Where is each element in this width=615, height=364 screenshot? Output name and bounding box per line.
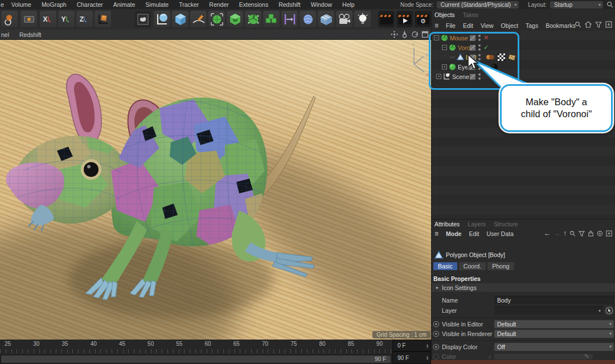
- menu-item-render[interactable]: Render: [204, 1, 233, 8]
- render-region-icon[interactable]: [134, 11, 151, 27]
- om-menu-bookmarks[interactable]: Bookmarks: [546, 22, 576, 29]
- target-icon[interactable]: [597, 230, 603, 237]
- subdivision-surface-icon[interactable]: [208, 11, 225, 27]
- menu-item-truncated[interactable]: e: [0, 1, 6, 8]
- color-label: Color: [442, 353, 456, 360]
- lock-icon[interactable]: [588, 230, 594, 237]
- om-menu-edit[interactable]: Edit: [463, 22, 473, 29]
- tab-phong[interactable]: Phong: [487, 262, 514, 270]
- menu-item-help[interactable]: Help: [337, 1, 360, 8]
- menu-item-extensions[interactable]: Extensions: [234, 1, 273, 8]
- cloner-icon[interactable]: [263, 11, 280, 27]
- layer-pick-button[interactable]: [605, 307, 613, 315]
- tab-attributes[interactable]: Attributes: [434, 221, 460, 228]
- axis-y-lock-button[interactable]: Y: [58, 11, 75, 27]
- tab-layers[interactable]: Layers: [468, 221, 486, 228]
- pen-spline-icon[interactable]: [190, 11, 207, 27]
- home-icon[interactable]: [585, 21, 592, 28]
- om-menu-object[interactable]: Object: [501, 22, 518, 29]
- voronoi-fracture-icon[interactable]: [245, 11, 261, 27]
- character-rotate-icon[interactable]: [1, 11, 18, 27]
- search-icon[interactable]: [606, 1, 613, 8]
- layout-dropdown[interactable]: Startup▾: [550, 1, 603, 9]
- timeline-range-bar[interactable]: 90 F: [1, 355, 391, 363]
- menu-item-window[interactable]: Window: [306, 1, 337, 8]
- axis-x-lock-button[interactable]: X: [40, 11, 56, 27]
- render-view-button[interactable]: [378, 11, 395, 27]
- keyframe-circle-icon[interactable]: [433, 344, 440, 350]
- frame-stepper-icon[interactable]: ▴▾: [427, 344, 428, 348]
- forward-arrow-icon[interactable]: →: [554, 229, 560, 237]
- timeline-scroll-row: 90 F: [0, 354, 392, 364]
- viewport-menu-redshift[interactable]: Redshift: [14, 31, 47, 38]
- pan-view-icon[interactable]: [391, 31, 398, 38]
- viewport-3d[interactable]: Y Z X Grid Spacing : 1 cm: [0, 39, 431, 340]
- icon-settings-group[interactable]: ▸ Icon Settings: [432, 283, 615, 292]
- current-frame-field[interactable]: 0 F ▴▾: [392, 340, 431, 351]
- cube-primitive-icon[interactable]: [172, 11, 188, 27]
- timeline-ruler[interactable]: 2530354045505560657075808590: [0, 340, 392, 354]
- menu-item-mograph[interactable]: MoGraph: [36, 1, 72, 8]
- attr-menu-mode[interactable]: Mode: [446, 230, 461, 237]
- dolly-view-icon[interactable]: [401, 31, 408, 38]
- keyframe-circle-icon[interactable]: [433, 330, 440, 337]
- maximize-view-icon[interactable]: [421, 31, 429, 38]
- rotate-view-icon[interactable]: [411, 31, 419, 38]
- up-arrow-icon[interactable]: ↑: [563, 229, 567, 237]
- tab-objects[interactable]: Objects: [434, 11, 455, 18]
- render-card-icon[interactable]: [20, 11, 37, 27]
- tab-basic[interactable]: Basic: [433, 262, 457, 270]
- om-menu-tags[interactable]: Tags: [526, 22, 538, 29]
- menu-item-tracker[interactable]: Tracker: [174, 1, 204, 8]
- display-color-dropdown[interactable]: Off▾: [494, 343, 614, 351]
- om-menu-view[interactable]: View: [481, 22, 494, 29]
- attr-menu-edit[interactable]: Edit: [469, 230, 479, 237]
- visible-renderer-label: Visible in Renderer: [442, 330, 493, 337]
- hamburger-icon[interactable]: ≡: [434, 230, 438, 238]
- light-icon[interactable]: [354, 11, 371, 27]
- hamburger-icon[interactable]: ≡: [434, 22, 438, 30]
- tab-structure[interactable]: Structure: [494, 221, 518, 228]
- extrude-object-icon[interactable]: [227, 11, 243, 27]
- add-object-icon[interactable]: [605, 21, 612, 28]
- edit-render-settings-button[interactable]: ⚙: [415, 11, 431, 27]
- spline-wrap-icon[interactable]: [281, 11, 298, 27]
- frame-stepper-icon[interactable]: ▴▾: [427, 355, 428, 360]
- visible-renderer-dropdown[interactable]: Default▾: [494, 330, 614, 338]
- menu-item-animate[interactable]: Animate: [108, 1, 141, 8]
- filter-icon[interactable]: [579, 230, 585, 237]
- filter-icon[interactable]: [595, 21, 602, 28]
- menu-item-simulate[interactable]: Simulate: [140, 1, 174, 8]
- mouse-cursor-icon: [466, 53, 479, 72]
- add-icon[interactable]: [606, 230, 612, 237]
- array-grid-icon[interactable]: [318, 11, 334, 27]
- om-menu-file[interactable]: File: [446, 22, 456, 29]
- search-icon[interactable]: [575, 21, 581, 28]
- menu-item-character[interactable]: Character: [72, 1, 108, 8]
- svg-text:Z: Z: [425, 52, 428, 57]
- attr-menu-userdata[interactable]: User Data: [487, 230, 514, 237]
- render-picture-viewer-button[interactable]: [396, 11, 413, 27]
- pencil-icon: ✎: [584, 353, 589, 360]
- node-space-dropdown[interactable]: Current (Standard/Physical)▾: [437, 1, 519, 9]
- visible-editor-dropdown[interactable]: Default▾: [494, 320, 614, 328]
- keyframe-circle-icon[interactable]: [433, 321, 440, 328]
- search-icon[interactable]: [569, 230, 576, 237]
- layer-dropdown[interactable]: ▾: [494, 306, 603, 315]
- make-editable-icon[interactable]: [154, 11, 170, 27]
- viewport-menubar: nel Redshift: [0, 30, 431, 39]
- tab-takes[interactable]: Takes: [463, 11, 478, 18]
- coordinate-system-icon[interactable]: [95, 11, 111, 27]
- display-color-label: Display Color: [442, 344, 477, 350]
- callout-bubble: Make "Body" a child of "Voronoi": [500, 84, 613, 132]
- end-frame-field[interactable]: 90 F ▴▾: [392, 351, 431, 364]
- menu-item-volume[interactable]: Volume: [6, 1, 36, 8]
- axis-z-lock-button[interactable]: Z: [76, 11, 93, 27]
- field-sphere-icon[interactable]: [300, 11, 316, 27]
- name-input[interactable]: Body: [494, 296, 614, 304]
- viewport-menu-panel[interactable]: nel: [0, 31, 14, 38]
- menu-item-redshift[interactable]: Redshift: [273, 1, 306, 8]
- tab-coord[interactable]: Coord.: [459, 262, 486, 270]
- back-arrow-icon[interactable]: ←: [544, 229, 551, 237]
- camera-icon[interactable]: [336, 11, 352, 27]
